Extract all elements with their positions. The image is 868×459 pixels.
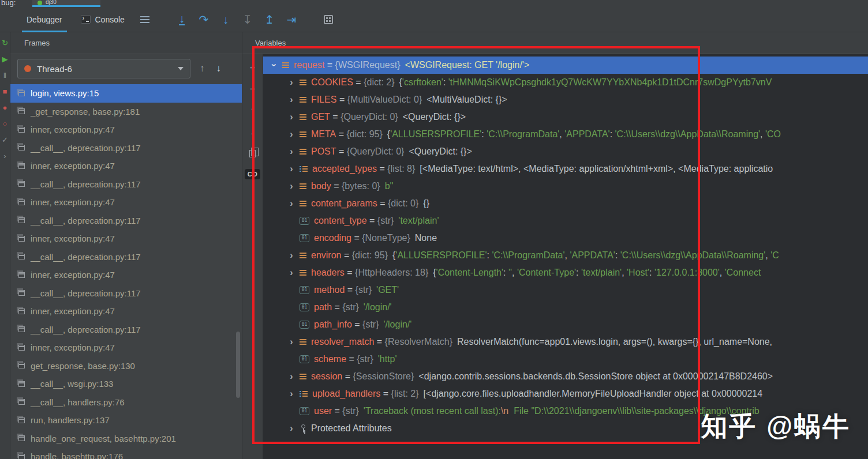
stop-icon[interactable]: ■ xyxy=(3,88,8,95)
frame-label: handle_one_request, basehttp.py:201 xyxy=(31,434,176,443)
frame-row[interactable]: __call__, deprecation.py:117 xyxy=(10,248,242,266)
chevron-icon[interactable]: › xyxy=(286,372,297,381)
frame-row[interactable]: _get_response, base.py:181 xyxy=(10,103,242,121)
frame-row[interactable]: __call__, deprecation.py:117 xyxy=(10,175,242,194)
show-execution-point-button[interactable]: ↓ xyxy=(171,10,193,29)
frames-scrollbar[interactable] xyxy=(236,332,240,398)
variable-row[interactable]: › content_params = {dict: 0} {} xyxy=(263,195,868,212)
variable-row[interactable]: 01 encoding = {NoneType} None xyxy=(263,230,868,247)
variable-row[interactable]: › FILES = {MultiValueDict: 0} <MultiValu… xyxy=(263,91,868,108)
frame-row[interactable]: run, handlers.py:137 xyxy=(10,411,242,430)
layout-menu-button[interactable] xyxy=(134,10,156,29)
frame-label: __call__, deprecation.py:117 xyxy=(31,216,141,225)
previous-frame-button[interactable]: ↑ xyxy=(200,63,205,74)
pause-program-icon[interactable]: ‖ xyxy=(3,72,6,79)
step-out-button[interactable]: ↥ xyxy=(259,10,280,29)
mute-breakpoints-icon[interactable]: ○ xyxy=(3,120,8,127)
check-icon[interactable]: ✓ xyxy=(2,136,8,144)
variable-row[interactable]: › accepted_types = {list: 8} [<MediaType… xyxy=(263,160,868,178)
variable-row[interactable]: 01 method = {str} 'GET' xyxy=(263,281,868,299)
variable-name: request xyxy=(294,60,324,70)
variable-row[interactable]: 01 user = {str} 'Traceback (most recent … xyxy=(263,402,868,420)
move-watch-up-button[interactable]: ↑ xyxy=(250,105,255,116)
tab-console[interactable]: Console xyxy=(72,7,134,32)
chevron-icon[interactable]: › xyxy=(286,112,297,122)
rerun-debugger-icon[interactable]: ↻ xyxy=(2,39,8,47)
co-badge[interactable]: CO xyxy=(245,169,261,179)
variable-row[interactable]: › body = {bytes: 0} b'' xyxy=(263,178,868,195)
chevron-icon[interactable]: › xyxy=(286,95,297,104)
view-breakpoints-icon[interactable]: ● xyxy=(3,104,8,111)
chevron-icon[interactable]: › xyxy=(286,389,297,398)
chevron-icon[interactable]: › xyxy=(286,147,297,156)
variable-row[interactable]: 01 path = {str} '/login/' xyxy=(263,299,868,316)
frame-row[interactable]: get_response, base.py:130 xyxy=(10,357,242,375)
variable-row[interactable]: › META = {dict: 95} {'ALLUSERSPROFILE': … xyxy=(263,126,868,143)
frame-label: _get_response, base.py:181 xyxy=(31,107,140,116)
frame-row[interactable]: inner, exception.py:47 xyxy=(10,157,242,175)
frame-label: login, views.py:15 xyxy=(31,88,99,98)
frame-row[interactable]: __call__, wsgi.py:133 xyxy=(10,375,242,393)
frame-row[interactable]: __call__, deprecation.py:117 xyxy=(10,212,242,230)
variable-row[interactable]: › session = {SessionStore} <django.contr… xyxy=(263,368,868,385)
variable-row[interactable]: › COOKIES = {dict: 2} {'csrftoken': 'tHM… xyxy=(263,74,868,91)
variable-row[interactable]: › environ = {dict: 95} {'ALLUSERSPROFILE… xyxy=(263,247,868,264)
variable-row[interactable]: › request = {WSGIRequest} <WSGIRequest: … xyxy=(263,57,868,74)
stack-frame-icon xyxy=(18,417,25,423)
variable-row[interactable]: › headers = {HttpHeaders: 18} {'Content-… xyxy=(263,264,868,281)
equals-sign: = xyxy=(351,233,362,243)
watches-toolbar: + − ↑ ↓ CO xyxy=(242,54,263,459)
frame-row[interactable]: inner, exception.py:47 xyxy=(10,121,242,139)
variable-name: user xyxy=(314,406,332,416)
chevron-icon[interactable]: › xyxy=(286,337,297,347)
evaluate-expression-button[interactable] xyxy=(317,10,339,29)
editor-file-tab[interactable]: dj30 xyxy=(32,0,100,7)
chevron-icon[interactable]: › xyxy=(286,182,297,191)
chevron-icon[interactable]: › xyxy=(286,130,297,139)
frame-row[interactable]: inner, exception.py:47 xyxy=(10,302,242,321)
frame-row[interactable]: inner, exception.py:47 xyxy=(10,230,242,248)
frame-row[interactable]: login, views.py:15 xyxy=(10,84,242,103)
add-watch-button[interactable]: + xyxy=(250,62,256,74)
chevron-icon[interactable]: › xyxy=(286,268,297,277)
variable-row[interactable]: › Protected Attributes xyxy=(263,420,868,437)
chevron-icon[interactable]: › xyxy=(270,60,279,70)
frame-row[interactable]: inner, exception.py:47 xyxy=(10,266,242,284)
thread-selector[interactable]: Thread-6 xyxy=(17,59,190,78)
resume-program-icon[interactable]: ▶ xyxy=(2,55,8,63)
chevron-icon[interactable]: › xyxy=(286,251,297,260)
chevron-right-icon[interactable]: › xyxy=(3,152,6,160)
frame-row[interactable]: handle_one_request, basehttp.py:201 xyxy=(10,430,242,448)
frame-row[interactable]: __call__, deprecation.py:117 xyxy=(10,284,242,303)
frame-row[interactable]: __call__, deprecation.py:117 xyxy=(10,321,242,339)
variable-row[interactable]: 01 scheme = {str} 'http' xyxy=(263,351,868,368)
force-step-into-button[interactable]: ↧ xyxy=(237,10,259,29)
variable-row[interactable]: › upload_handlers = {list: 2} [<django.c… xyxy=(263,385,868,402)
frame-row[interactable]: inner, exception.py:47 xyxy=(10,193,242,212)
step-over-button[interactable]: ↷ xyxy=(193,10,215,29)
chevron-icon[interactable]: › xyxy=(286,199,297,208)
tab-debugger[interactable]: Debugger xyxy=(17,7,72,32)
equals-sign: = xyxy=(324,60,335,70)
variable-row[interactable]: › POST = {QueryDict: 0} <QueryDict: {}> xyxy=(263,143,868,160)
frame-row[interactable]: __call__, deprecation.py:117 xyxy=(10,139,242,157)
frame-row[interactable]: __call__, handlers.py:76 xyxy=(10,393,242,412)
step-into-button[interactable]: ↓ xyxy=(215,10,237,29)
duplicate-watch-button[interactable] xyxy=(249,148,256,159)
move-watch-down-button[interactable]: ↓ xyxy=(250,126,255,138)
frame-label: __call__, handlers.py:76 xyxy=(31,397,125,407)
frame-row[interactable]: inner, exception.py:47 xyxy=(10,338,242,357)
variable-row[interactable]: › resolver_match = {ResolverMatch} Resol… xyxy=(263,333,868,351)
chevron-icon[interactable]: › xyxy=(286,78,297,87)
run-to-cursor-button[interactable]: ⇥ xyxy=(280,10,302,29)
chevron-icon[interactable]: › xyxy=(286,164,297,174)
stack-frame-icon xyxy=(18,181,25,187)
next-frame-button[interactable]: ↓ xyxy=(216,63,222,74)
variable-row[interactable]: 01 content_type = {str} 'text/plain' xyxy=(263,212,868,230)
chevron-icon[interactable]: › xyxy=(286,424,297,433)
remove-watch-button[interactable]: − xyxy=(250,84,256,95)
variable-row[interactable]: 01 path_info = {str} '/login/' xyxy=(263,316,868,333)
variable-name: encoding xyxy=(314,233,351,243)
frame-row[interactable]: handle, basehttp.py:176 xyxy=(10,447,242,459)
variable-row[interactable]: › GET = {QueryDict: 0} <QueryDict: {}> xyxy=(263,108,868,126)
